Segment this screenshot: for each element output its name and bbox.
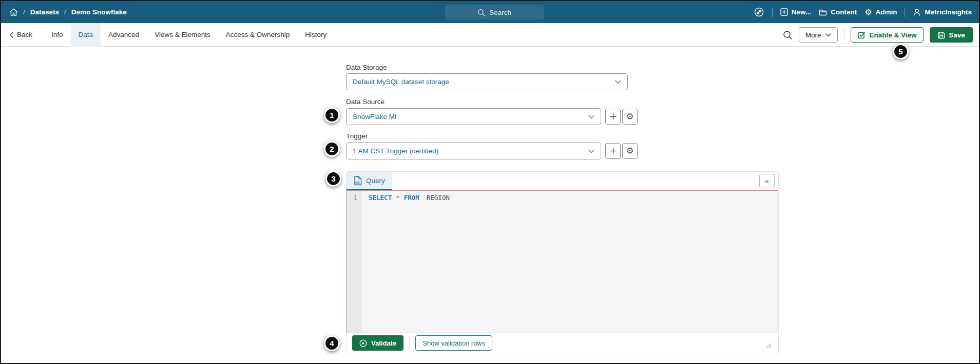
plus-icon (610, 148, 617, 154)
chevron-down-icon (615, 80, 621, 84)
topbar-actions: New... Content ⚙ Admin MetricInsights (754, 1, 972, 23)
add-trigger-button[interactable] (605, 143, 621, 159)
footer-divider (409, 337, 410, 349)
admin-menu-label: Admin (875, 8, 897, 16)
data-storage-label: Data Storage (346, 64, 387, 71)
trigger-label: Trigger (346, 132, 368, 140)
breadcrumb: / Datasets / Demo Snowflake (1, 8, 127, 16)
data-source-settings-button[interactable]: ⚙ (622, 109, 638, 125)
trigger-select[interactable]: 1 AM CST Trigger (certified) (346, 143, 601, 159)
chevron-down-icon (825, 33, 831, 37)
toolbar-actions: More Enable & View Save (783, 23, 973, 47)
sql-file-icon: SQL (354, 176, 362, 186)
sql-keyword: FROM (404, 194, 419, 201)
annotation-badge-3: 3 (325, 171, 341, 187)
gear-icon: ⚙ (626, 147, 633, 155)
annotation-badge-5: 5 (893, 44, 909, 59)
validate-button[interactable]: Validate (352, 335, 403, 351)
query-tab-label: Query (366, 177, 385, 185)
annotation-badge-1: 1 (324, 107, 340, 123)
enable-and-view-button[interactable]: Enable & View (851, 27, 924, 43)
editor-gutter: 1 (347, 191, 361, 333)
resize-handle[interactable] (765, 342, 772, 349)
user-menu-label: MetricInsights (925, 8, 972, 16)
tab-views-elements[interactable]: Views & Elements (147, 23, 218, 47)
search-icon (477, 9, 485, 16)
sql-keyword: SELECT (369, 194, 392, 201)
enable-and-view-label: Enable & View (869, 31, 916, 39)
global-search-box[interactable]: Search (445, 5, 544, 19)
checkbox-check-icon (858, 31, 866, 39)
collapse-panel-button[interactable]: « (759, 174, 775, 188)
sql-editor[interactable]: 1 SELECT*FROMREGION (347, 190, 778, 333)
svg-text:SQL: SQL (355, 181, 361, 184)
add-data-source-button[interactable] (605, 109, 621, 125)
toolbar-divider (844, 29, 844, 41)
sql-identifier: REGION (427, 194, 450, 201)
more-label: More (805, 31, 821, 39)
tab-query[interactable]: SQL Query (347, 172, 392, 190)
gear-icon: ⚙ (864, 8, 872, 16)
annotation-badge-2: 2 (324, 141, 340, 157)
tab-history[interactable]: History (297, 23, 334, 47)
navigate-icon[interactable] (754, 7, 764, 17)
trigger-value: 1 AM CST Trigger (certified) (353, 147, 438, 155)
topbar-divider (772, 8, 773, 17)
search-label: Search (489, 9, 511, 16)
chevron-down-icon (588, 149, 594, 153)
user-menu[interactable]: MetricInsights (913, 8, 972, 16)
more-button[interactable]: More (799, 27, 838, 43)
folder-icon (819, 8, 827, 16)
user-icon (913, 8, 921, 16)
validate-label: Validate (371, 339, 396, 347)
plus-square-icon (780, 8, 788, 16)
content-menu[interactable]: Content (819, 8, 857, 16)
tab-access-ownership[interactable]: Access & Ownership (218, 23, 298, 47)
tab-info[interactable]: Info (44, 23, 71, 47)
breadcrumb-separator: / (64, 8, 66, 16)
app-window: / Datasets / Demo Snowflake Search New..… (0, 0, 980, 364)
save-icon (937, 31, 945, 39)
tab-advanced[interactable]: Advanced (101, 23, 147, 47)
new-menu-label: New... (792, 8, 812, 16)
save-button[interactable]: Save (930, 27, 973, 43)
data-source-select[interactable]: SnowFlake MI (346, 108, 601, 125)
save-label: Save (949, 31, 965, 39)
page-toolbar: Back Info Data Advanced Views & Elements… (1, 23, 979, 47)
back-button[interactable]: Back (1, 31, 32, 38)
breadcrumb-current-page: Demo Snowflake (71, 8, 127, 16)
editor-code-area[interactable]: SELECT*FROMREGION (361, 191, 778, 333)
content-menu-label: Content (831, 8, 857, 16)
data-source-value: SnowFlake MI (353, 113, 397, 120)
query-footer: Validate Show validation rows (347, 332, 778, 354)
admin-menu[interactable]: ⚙ Admin (864, 8, 897, 16)
gear-icon: ⚙ (626, 112, 633, 121)
data-storage-select[interactable]: Default MySQL dataset storage (346, 73, 628, 90)
back-label: Back (17, 31, 32, 38)
annotation-badge-4: 4 (324, 335, 340, 351)
play-circle-icon (359, 339, 367, 347)
tab-data[interactable]: Data (71, 23, 101, 47)
data-storage-value: Default MySQL dataset storage (353, 78, 449, 86)
sql-star: * (396, 194, 400, 201)
show-validation-rows-label: Show validation rows (422, 339, 485, 347)
breadcrumb-separator: / (23, 8, 25, 16)
show-validation-rows-button[interactable]: Show validation rows (415, 335, 492, 351)
page-tabs: Info Data Advanced Views & Elements Acce… (44, 23, 334, 47)
query-panel: SQL Query « 1 SELECT*FROMREGION Validate (346, 171, 779, 354)
chevron-down-icon (588, 115, 594, 119)
new-menu[interactable]: New... (780, 8, 812, 16)
topbar-divider (905, 8, 905, 17)
query-tab-bar: SQL Query « (347, 172, 778, 190)
home-icon[interactable] (9, 8, 18, 16)
back-chevron-icon (9, 31, 14, 38)
line-number: 1 (353, 194, 357, 201)
breadcrumb-datasets[interactable]: Datasets (30, 8, 59, 16)
plus-icon (610, 113, 617, 120)
trigger-settings-button[interactable]: ⚙ (622, 143, 638, 159)
top-navigation-bar: / Datasets / Demo Snowflake Search New..… (1, 1, 979, 23)
toolbar-search-icon[interactable] (783, 30, 793, 40)
data-source-label: Data Source (346, 98, 385, 106)
